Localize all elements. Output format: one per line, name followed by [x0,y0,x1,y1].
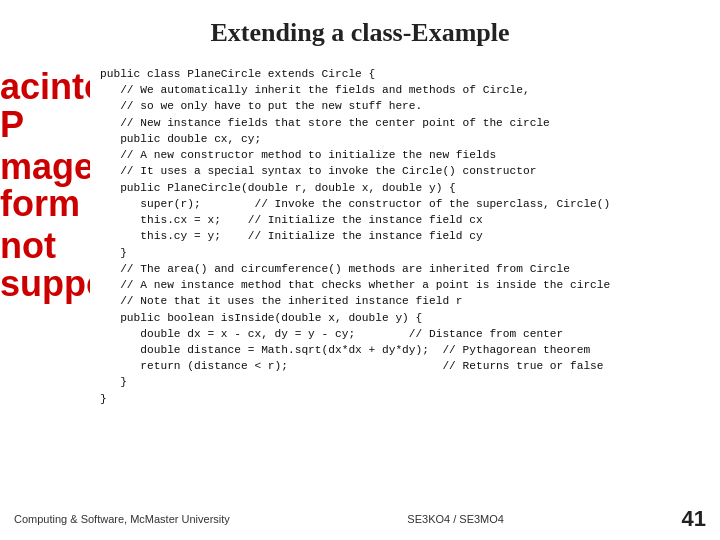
code-block-3: // The area() and circumference() method… [100,261,706,407]
slide: Extending a class-Example acintosh P mag… [0,0,720,540]
code-block-2: // A new constructor method to initializ… [100,147,706,261]
watermark-area: acintosh P mage form not suppo [0,58,90,518]
footer-course: SE3KO4 / SE3MO4 [407,513,504,525]
footer-page-number: 41 [682,506,706,532]
footer-institution: Computing & Software, McMaster Universit… [14,513,230,525]
code-block-1: public class PlaneCircle extends Circle … [100,66,706,147]
content-area: acintosh P mage form not suppo public cl… [0,58,720,518]
footer: Computing & Software, McMaster Universit… [0,506,720,532]
watermark-line-3: not suppo [0,227,90,303]
slide-title: Extending a class-Example [0,0,720,58]
watermark-line-1: acintosh P [0,68,90,144]
watermark-line-2: mage form [0,148,90,224]
code-area: public class PlaneCircle extends Circle … [90,58,720,518]
